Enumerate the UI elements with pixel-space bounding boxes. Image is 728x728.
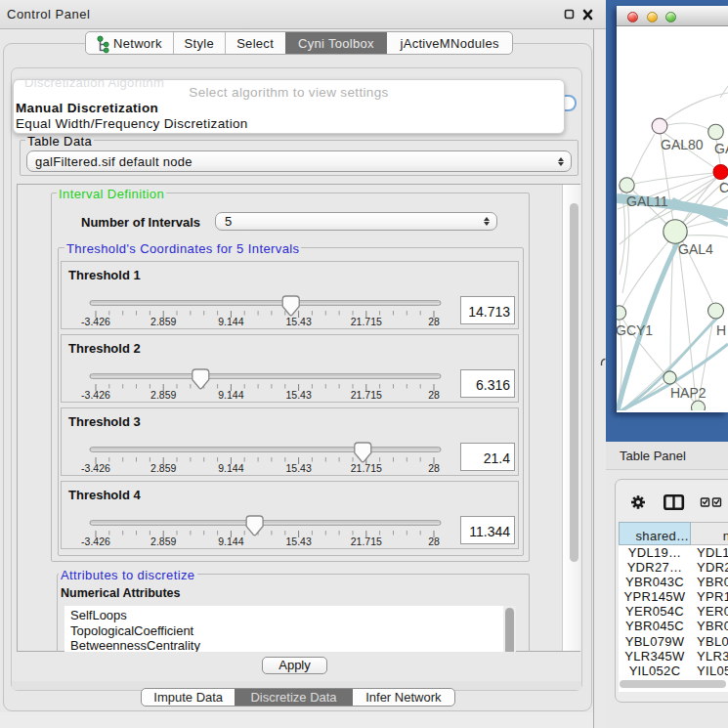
- svg-text:-3.426: -3.426: [81, 461, 110, 473]
- svg-text:2.859: 2.859: [150, 315, 176, 326]
- svg-text:2.859: 2.859: [150, 388, 176, 400]
- svg-text:28: 28: [428, 315, 440, 326]
- svg-text:21.715: 21.715: [351, 315, 382, 326]
- svg-text:-3.426: -3.426: [81, 315, 110, 326]
- svg-text:GAL80: GAL80: [661, 137, 704, 152]
- svg-text:28: 28: [428, 535, 440, 546]
- svg-text:GAL7: GAL7: [714, 141, 728, 156]
- svg-text:9.144: 9.144: [218, 535, 243, 546]
- svg-text:21.715: 21.715: [351, 535, 382, 546]
- svg-text:GAL4: GAL4: [678, 241, 713, 257]
- svg-text:15.43: 15.43: [285, 315, 311, 326]
- svg-text:2.859: 2.859: [150, 461, 176, 473]
- svg-text:H: H: [716, 322, 726, 338]
- svg-text:15.43: 15.43: [285, 535, 311, 546]
- svg-text:HAP2: HAP2: [670, 385, 707, 401]
- svg-text:GAL11: GAL11: [626, 193, 668, 209]
- svg-text:15.43: 15.43: [285, 461, 311, 473]
- svg-text:9.144: 9.144: [218, 315, 243, 326]
- svg-text:-3.426: -3.426: [81, 535, 110, 546]
- svg-text:28: 28: [428, 461, 440, 473]
- svg-text:C: C: [719, 180, 728, 195]
- svg-text:21.715: 21.715: [351, 388, 382, 400]
- svg-text:28: 28: [428, 388, 440, 400]
- svg-text:21.715: 21.715: [351, 461, 382, 473]
- svg-text:-3.426: -3.426: [81, 388, 110, 400]
- svg-text:9.144: 9.144: [218, 461, 243, 473]
- svg-text:15.43: 15.43: [285, 388, 311, 400]
- svg-text:9.144: 9.144: [218, 388, 243, 400]
- svg-text:GCY1: GCY1: [617, 322, 653, 338]
- svg-text:2.859: 2.859: [150, 535, 176, 546]
